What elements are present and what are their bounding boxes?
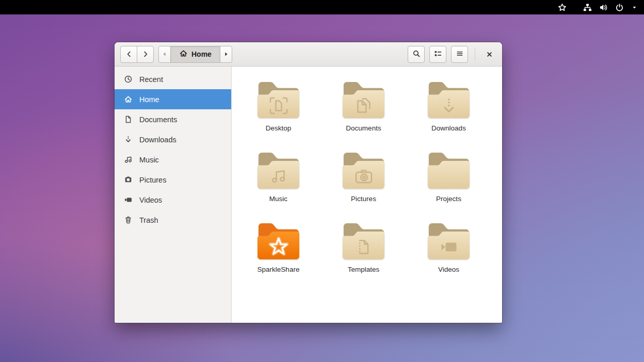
folder-icon [256,150,301,190]
home-icon [124,95,133,104]
search-icon [412,50,421,59]
file-name: Pictures [351,195,376,203]
sidebar-item-documents[interactable]: Documents [115,109,231,129]
sidebar-item-recent[interactable]: Recent [115,69,231,89]
sidebar-item-label: Downloads [139,136,176,144]
folder-icon [341,79,387,120]
file-name: Templates [348,266,380,273]
sidebar-item-downloads[interactable]: Downloads [115,129,231,150]
search-button[interactable] [408,46,425,63]
file-name: SparkleShare [257,266,300,273]
sidebar-item-label: Trash [139,216,158,224]
folder-icon [426,221,472,261]
file-name: Music [269,195,287,203]
sidebar-item-home[interactable]: Home [115,89,231,109]
file-item-documents[interactable]: Documents [321,79,406,150]
favorites-star-icon[interactable] [558,3,567,12]
sidebar-item-label: Videos [139,196,162,204]
sidebar-item-videos[interactable]: Videos [115,190,231,210]
file-name: Desktop [266,124,292,132]
path-prev-button[interactable] [158,46,171,63]
system-tray [558,3,638,12]
power-icon[interactable] [615,3,624,12]
pictures-icon [124,175,133,184]
downloads-icon [124,135,133,144]
back-button[interactable] [120,46,137,63]
places-sidebar: RecentHomeDocumentsDownloadsMusicPicture… [115,67,232,323]
forward-button[interactable] [137,46,154,63]
view-list-button[interactable] [429,46,446,63]
folder-icon [341,221,387,261]
history-nav-group [120,46,154,63]
recent-icon [124,75,133,84]
sidebar-item-music[interactable]: Music [115,150,231,170]
sidebar-item-label: Recent [139,75,163,84]
sidebar-item-trash[interactable]: Trash [115,210,231,230]
file-item-music[interactable]: Music [236,150,321,221]
file-name: Videos [438,266,459,273]
path-next-button[interactable] [220,46,232,63]
sidebar-item-label: Documents [139,116,177,124]
folder-icon [426,150,472,190]
header-bar: Home [115,42,502,67]
view-list-icon [434,50,442,59]
path-current-label: Home [191,50,212,58]
file-item-templates[interactable]: Templates [321,221,406,291]
home-icon [179,49,188,59]
file-name: Documents [346,124,381,132]
top-bar [0,0,644,14]
documents-icon [124,115,133,124]
sidebar-item-label: Home [139,95,159,104]
sidebar-item-pictures[interactable]: Pictures [115,170,231,190]
caret-down-icon[interactable] [631,4,638,11]
close-button[interactable] [482,47,496,61]
sidebar-item-label: Pictures [139,176,166,184]
path-bar: Home [158,46,232,63]
file-name: Downloads [431,124,466,132]
file-item-pictures[interactable]: Pictures [321,150,406,221]
folder-icon [256,221,301,261]
headerbar-actions [408,46,468,63]
file-view: DesktopDocumentsDownloadsMusicPicturesPr… [232,67,502,323]
trash-icon [124,216,133,224]
path-home-button[interactable]: Home [170,46,220,63]
sidebar-item-label: Music [139,156,159,164]
volume-icon[interactable] [599,3,608,12]
network-wired-icon[interactable] [583,3,592,12]
menu-icon [456,50,464,59]
music-icon [124,155,133,164]
file-item-desktop[interactable]: Desktop [236,79,321,150]
file-item-videos[interactable]: Videos [406,221,491,291]
folder-icon [426,79,472,120]
folder-icon [256,79,301,120]
file-item-downloads[interactable]: Downloads [406,79,491,150]
file-name: Projects [436,195,461,203]
file-item-sparkleshare[interactable]: SparkleShare [236,221,321,291]
menu-button[interactable] [451,46,468,63]
file-item-projects[interactable]: Projects [406,150,491,221]
videos-icon [124,195,133,204]
headerbar-separator [475,47,475,61]
files-grid: DesktopDocumentsDownloadsMusicPicturesPr… [232,67,502,291]
folder-icon [341,150,387,190]
files-window: Home RecentHomeDocumentsDownloadsMusicPi… [115,42,502,323]
